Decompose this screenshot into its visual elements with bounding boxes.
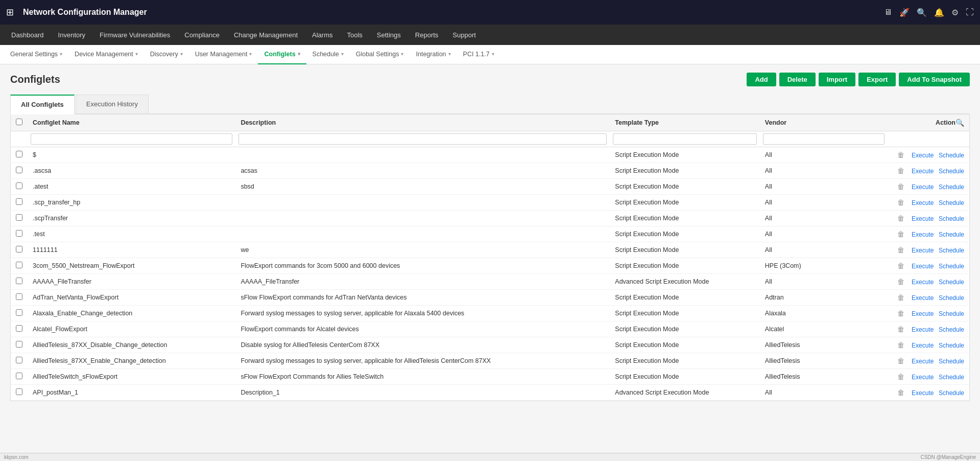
row-checkbox[interactable] — [16, 293, 22, 300]
execute-link[interactable]: Execute — [912, 231, 934, 238]
nav-reports[interactable]: Reports — [408, 25, 446, 45]
row-checkbox[interactable] — [16, 341, 22, 348]
row-checkbox[interactable] — [16, 151, 22, 157]
select-all-checkbox[interactable] — [16, 119, 22, 125]
rocket-icon[interactable]: 🚀 — [899, 8, 910, 17]
row-checkbox[interactable] — [16, 278, 22, 284]
delete-icon[interactable]: 🗑 — [897, 262, 904, 270]
row-checkbox[interactable] — [16, 182, 22, 189]
tab-execution-history[interactable]: Execution History — [76, 95, 149, 113]
subnav-global-settings[interactable]: Global Settings ▾ — [350, 45, 410, 64]
delete-icon[interactable]: 🗑 — [897, 278, 904, 286]
nav-settings[interactable]: Settings — [370, 25, 408, 45]
filter-template-type-input[interactable] — [613, 133, 756, 145]
schedule-link[interactable]: Schedule — [939, 279, 964, 286]
monitor-icon[interactable]: 🖥 — [884, 8, 892, 17]
delete-icon[interactable]: 🗑 — [897, 214, 904, 222]
nav-tools[interactable]: Tools — [340, 25, 369, 45]
schedule-link[interactable]: Schedule — [939, 389, 964, 397]
add-button[interactable]: Add — [747, 73, 776, 86]
nav-firmware[interactable]: Firmware Vulnerabilities — [92, 25, 177, 45]
execute-link[interactable]: Execute — [912, 294, 934, 302]
import-button[interactable]: Import — [819, 73, 855, 86]
subnav-configlets[interactable]: Configlets ▾ — [258, 45, 306, 64]
delete-icon[interactable]: 🗑 — [897, 198, 904, 206]
search-icon[interactable]: 🔍 — [917, 8, 927, 17]
table-search-button[interactable]: 🔍 — [955, 119, 964, 127]
execute-link[interactable]: Execute — [912, 247, 934, 254]
filter-name-input[interactable] — [31, 133, 232, 145]
filter-description-input[interactable] — [238, 133, 607, 145]
execute-link[interactable]: Execute — [912, 358, 934, 365]
row-checkbox[interactable] — [16, 262, 22, 268]
schedule-link[interactable]: Schedule — [939, 374, 964, 381]
schedule-link[interactable]: Schedule — [939, 168, 964, 175]
row-checkbox[interactable] — [16, 246, 22, 252]
delete-icon[interactable]: 🗑 — [897, 167, 904, 175]
schedule-link[interactable]: Schedule — [939, 231, 964, 238]
subnav-schedule[interactable]: Schedule ▾ — [306, 45, 350, 64]
tab-all-configlets[interactable]: All Configlets — [10, 95, 75, 114]
row-checkbox[interactable] — [16, 357, 22, 363]
row-checkbox[interactable] — [16, 388, 22, 395]
grid-icon[interactable]: ⊞ — [6, 7, 14, 18]
row-checkbox[interactable] — [16, 373, 22, 379]
add-to-snapshot-button[interactable]: Add To Snapshot — [899, 73, 970, 86]
delete-icon[interactable]: 🗑 — [897, 341, 904, 349]
nav-inventory[interactable]: Inventory — [51, 25, 92, 45]
delete-icon[interactable]: 🗑 — [897, 325, 904, 333]
schedule-link[interactable]: Schedule — [939, 342, 964, 349]
schedule-link[interactable]: Schedule — [939, 358, 964, 365]
schedule-link[interactable]: Schedule — [939, 183, 964, 191]
bell-icon[interactable]: 🔔 — [934, 8, 944, 17]
delete-icon[interactable]: 🗑 — [897, 151, 904, 159]
row-checkbox[interactable] — [16, 198, 22, 205]
schedule-link[interactable]: Schedule — [939, 326, 964, 333]
subnav-device-management[interactable]: Device Management ▾ — [68, 45, 144, 64]
delete-icon[interactable]: 🗑 — [897, 309, 904, 317]
schedule-link[interactable]: Schedule — [939, 294, 964, 302]
nav-dashboard[interactable]: Dashboard — [4, 25, 51, 45]
delete-icon[interactable]: 🗑 — [897, 357, 904, 365]
subnav-user-management[interactable]: User Management ▾ — [189, 45, 258, 64]
row-checkbox[interactable] — [16, 325, 22, 332]
nav-alarms[interactable]: Alarms — [305, 25, 340, 45]
expand-icon[interactable]: ⛶ — [966, 8, 974, 17]
row-checkbox[interactable] — [16, 309, 22, 316]
schedule-link[interactable]: Schedule — [939, 152, 964, 159]
delete-icon[interactable]: 🗑 — [897, 293, 904, 302]
execute-link[interactable]: Execute — [912, 215, 934, 222]
execute-link[interactable]: Execute — [912, 279, 934, 286]
schedule-link[interactable]: Schedule — [939, 215, 964, 222]
delete-icon[interactable]: 🗑 — [897, 246, 904, 254]
execute-link[interactable]: Execute — [912, 183, 934, 191]
execute-link[interactable]: Execute — [912, 342, 934, 349]
nav-compliance[interactable]: Compliance — [177, 25, 227, 45]
subnav-general-settings[interactable]: General Settings ▾ — [4, 45, 68, 64]
nav-support[interactable]: Support — [445, 25, 483, 45]
schedule-link[interactable]: Schedule — [939, 247, 964, 254]
subnav-integration[interactable]: Integration ▾ — [410, 45, 457, 64]
subnav-discovery[interactable]: Discovery ▾ — [144, 45, 189, 64]
delete-icon[interactable]: 🗑 — [897, 230, 904, 238]
row-checkbox[interactable] — [16, 230, 22, 237]
execute-link[interactable]: Execute — [912, 374, 934, 381]
subnav-pci[interactable]: PCI 1.1.7 ▾ — [457, 45, 500, 64]
nav-change-management[interactable]: Change Management — [227, 25, 305, 45]
filter-vendor-input[interactable] — [763, 133, 885, 145]
delete-icon[interactable]: 🗑 — [897, 388, 904, 397]
export-button[interactable]: Export — [858, 73, 896, 86]
gear-icon[interactable]: ⚙ — [951, 8, 959, 17]
execute-link[interactable]: Execute — [912, 152, 934, 159]
execute-link[interactable]: Execute — [912, 389, 934, 397]
row-checkbox[interactable] — [16, 214, 22, 221]
schedule-link[interactable]: Schedule — [939, 263, 964, 270]
delete-button[interactable]: Delete — [779, 73, 816, 86]
row-checkbox[interactable] — [16, 167, 22, 173]
schedule-link[interactable]: Schedule — [939, 310, 964, 317]
execute-link[interactable]: Execute — [912, 310, 934, 317]
execute-link[interactable]: Execute — [912, 326, 934, 333]
delete-icon[interactable]: 🗑 — [897, 182, 904, 191]
execute-link[interactable]: Execute — [912, 263, 934, 270]
delete-icon[interactable]: 🗑 — [897, 373, 904, 381]
